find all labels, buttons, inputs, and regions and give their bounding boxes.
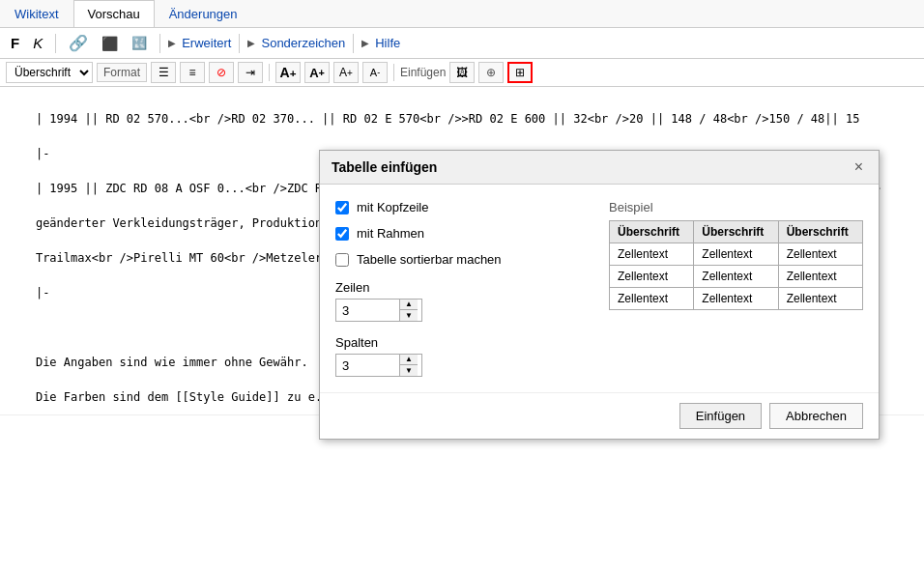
sortierbar-checkbox[interactable] xyxy=(335,253,349,267)
text-bigger-button[interactable]: A+ xyxy=(275,62,301,83)
zeilen-up-button[interactable]: ▲ xyxy=(400,300,418,310)
zeilen-spinner: ▲ ▼ xyxy=(335,299,422,322)
editor-content-footer1: Die Angaben sind wie immer ohne Gewähr. xyxy=(36,356,308,369)
editor-content-sep2: |- xyxy=(36,286,49,300)
zeilen-input[interactable] xyxy=(336,300,399,321)
tab-vorschau[interactable]: Vorschau xyxy=(73,0,155,27)
preview-header-row: Überschrift Überschrift Überschrift xyxy=(610,221,863,243)
hilfe-arrow: ▶ xyxy=(361,38,369,48)
preview-cell-2-1: Zellentext xyxy=(610,266,694,288)
dialog-body: mit Kopfzeile mit Rahmen Tabelle sortier… xyxy=(320,185,879,392)
preview-cell-1-3: Zellentext xyxy=(778,243,862,266)
sortierbar-row: Tabelle sortierbar machen xyxy=(335,252,590,267)
spalten-input[interactable] xyxy=(336,356,399,376)
preview-cell-3-2: Zellentext xyxy=(694,288,778,310)
editor-content-line1: | 1994 || RD 02 570...<br />RD 02 370...… xyxy=(36,112,860,126)
spalten-spinner: ▲ ▼ xyxy=(335,354,422,377)
italic-button[interactable]: K xyxy=(28,33,47,53)
link-icon-btn[interactable]: 🔗 xyxy=(64,32,93,54)
preview-header-3: Überschrift xyxy=(778,221,862,243)
preview-table: Überschrift Überschrift Überschrift Zell… xyxy=(609,220,863,310)
dialog-insert-button[interactable]: Einfügen xyxy=(679,403,762,429)
editor-content-sep1: |- xyxy=(36,147,49,160)
strike-button[interactable]: ⊘ xyxy=(209,62,234,83)
zeilen-down-button[interactable]: ▼ xyxy=(400,310,418,321)
format-button[interactable]: Format xyxy=(97,63,147,82)
insert-special-button[interactable]: ⊕ xyxy=(478,62,504,83)
numbered-list-button[interactable]: ≡ xyxy=(180,62,205,83)
preview-row-2: Zellentext Zellentext Zellentext xyxy=(610,266,863,288)
preview-cell-3-1: Zellentext xyxy=(610,288,694,310)
hilfe-link[interactable]: Hilfe xyxy=(375,36,400,50)
spalten-up-button[interactable]: ▲ xyxy=(400,355,418,365)
dialog-footer: Einfügen Abbrechen xyxy=(320,392,879,439)
text-normal-button[interactable]: A+ xyxy=(333,62,359,83)
bullet-list-button[interactable]: ☰ xyxy=(151,62,176,83)
spalten-group: Spalten ▲ ▼ xyxy=(335,335,590,377)
bold-button[interactable]: F xyxy=(6,33,24,53)
dialog-title-text: Tabelle einfügen xyxy=(332,159,437,175)
preview-header-2: Überschrift xyxy=(694,221,778,243)
dialog-title-bar: Tabelle einfügen × xyxy=(320,151,879,185)
insert-table-button[interactable]: ⊞ xyxy=(507,62,533,83)
erweitert-link[interactable]: Erweitert xyxy=(182,36,231,50)
zeilen-spin-buttons: ▲ ▼ xyxy=(399,300,418,321)
erweitert-arrow: ▶ xyxy=(168,38,176,48)
tab-wikitext[interactable]: Wikitext xyxy=(0,0,73,27)
dialog-preview-panel: Beispiel Überschrift Überschrift Übersch… xyxy=(609,200,863,377)
preview-row-3: Zellentext Zellentext Zellentext xyxy=(610,288,863,310)
indent-button[interactable]: ⇥ xyxy=(238,62,263,83)
preview-cell-2-3: Zellentext xyxy=(778,266,862,288)
sortierbar-label: Tabelle sortierbar machen xyxy=(357,252,502,267)
rahmen-label: mit Rahmen xyxy=(357,226,424,241)
preview-header-1: Überschrift xyxy=(610,221,694,243)
preview-cell-2-2: Zellentext xyxy=(694,266,778,288)
toolbar-separator-2 xyxy=(159,34,160,53)
toolbar-separator-4 xyxy=(353,34,354,53)
toolbar2-sep-2 xyxy=(393,64,394,81)
text-small-button[interactable]: A- xyxy=(362,62,388,83)
main-page: Wikitext Vorschau Änderungen F K 🔗 ⬛ 🔣 ▶… xyxy=(0,0,924,571)
sonderzeichen-link[interactable]: Sonderzeichen xyxy=(261,36,345,50)
toolbar-1: F K 🔗 ⬛ 🔣 ▶ Erweitert ▶ Sonderzeichen ▶ … xyxy=(0,28,924,59)
toolbar2-sep-1 xyxy=(269,64,270,81)
rahmen-row: mit Rahmen xyxy=(335,226,590,241)
zeilen-label: Zeilen xyxy=(335,280,590,295)
editor-content-blank1 xyxy=(36,321,43,334)
rahmen-checkbox[interactable] xyxy=(335,227,349,241)
dialog-close-button[interactable]: × xyxy=(851,158,867,176)
format-dropdown[interactable]: Überschrift xyxy=(6,62,93,83)
zeilen-group: Zeilen ▲ ▼ xyxy=(335,280,590,322)
kopfzeile-checkbox[interactable] xyxy=(335,201,349,214)
spalten-spin-buttons: ▲ ▼ xyxy=(399,355,418,376)
toolbar-separator-3 xyxy=(239,34,240,53)
preview-cell-1-2: Zellentext xyxy=(694,243,778,266)
toolbar-separator-1 xyxy=(55,34,56,53)
dialog-cancel-button[interactable]: Abbrechen xyxy=(769,403,863,429)
sonderzeichen-arrow: ▶ xyxy=(247,38,255,48)
editor-content-footer2: Die Farben sind dem [[Style Guide]] zu e… xyxy=(36,390,336,404)
text-big-button[interactable]: A+ xyxy=(304,62,330,83)
spalten-down-button[interactable]: ▼ xyxy=(400,365,418,376)
preview-row-1: Zellentext Zellentext Zellentext xyxy=(610,243,863,266)
preview-cell-3-3: Zellentext xyxy=(778,288,862,310)
einfuegen-label: Einfügen xyxy=(400,66,446,79)
preview-label: Beispiel xyxy=(609,200,863,214)
kopfzeile-label: mit Kopfzeile xyxy=(357,200,428,214)
math-icon-btn[interactable]: 🔣 xyxy=(127,34,152,52)
image-icon-btn[interactable]: ⬛ xyxy=(97,34,123,53)
preview-cell-1-1: Zellentext xyxy=(610,243,694,266)
tab-aenderungen[interactable]: Änderungen xyxy=(155,0,252,27)
insert-table-dialog: Tabelle einfügen × mit Kopfzeile mit Rah… xyxy=(319,150,880,440)
kopfzeile-row: mit Kopfzeile xyxy=(335,200,590,214)
tab-bar: Wikitext Vorschau Änderungen xyxy=(0,0,924,28)
toolbar-2: Überschrift Format ☰ ≡ ⊘ ⇥ A+ A+ A+ A- E… xyxy=(0,59,924,87)
insert-image-button[interactable]: 🖼 xyxy=(449,62,475,83)
spalten-label: Spalten xyxy=(335,335,590,350)
dialog-options-panel: mit Kopfzeile mit Rahmen Tabelle sortier… xyxy=(335,200,590,377)
